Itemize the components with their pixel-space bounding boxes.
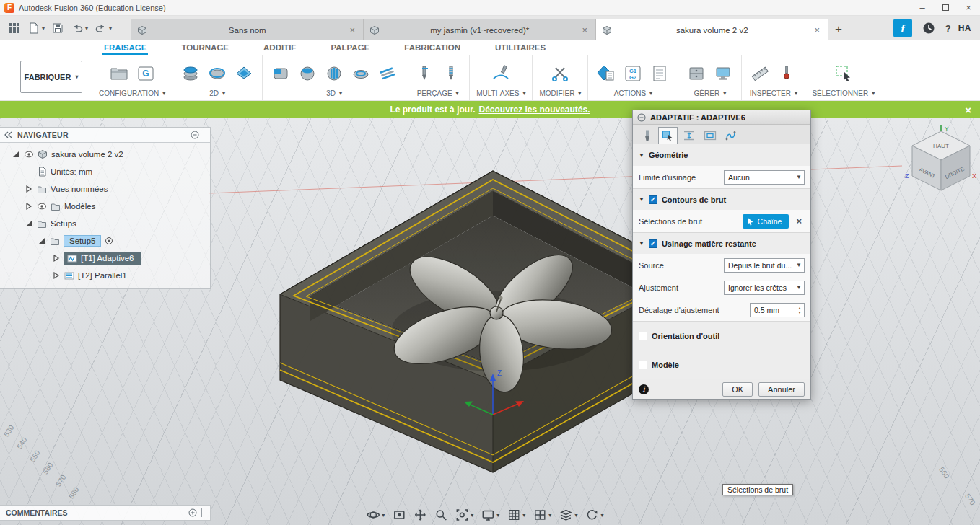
tree-item-adaptive6[interactable]: [T1] Adaptive6 bbox=[0, 250, 210, 267]
expand-collapse-icon[interactable] bbox=[25, 185, 33, 193]
undo-button[interactable]: ▾ bbox=[69, 20, 90, 36]
banner-close-icon[interactable]: × bbox=[965, 104, 971, 116]
job-status-button[interactable] bbox=[919, 19, 938, 37]
tool-orientation-checkbox[interactable] bbox=[639, 332, 647, 340]
active-setup-scope-icon[interactable] bbox=[105, 237, 113, 245]
ribbon-tab-tournage[interactable]: TOURNAGE bbox=[180, 43, 230, 55]
redo-button[interactable]: ▾ bbox=[92, 20, 114, 36]
adjustment-select[interactable]: Ignorer les crêtes ▼ bbox=[724, 281, 805, 295]
panel-grip-handle[interactable] bbox=[204, 131, 206, 139]
file-menu-button[interactable]: ▾ bbox=[25, 20, 47, 36]
minimize-button[interactable]: – bbox=[911, 0, 934, 15]
stepper-arrows[interactable]: ▴▾ bbox=[795, 304, 804, 317]
new-tab-button[interactable]: + bbox=[828, 19, 849, 40]
pocket-3d-button[interactable] bbox=[296, 61, 319, 86]
measure-button[interactable] bbox=[748, 61, 771, 86]
group-label-3d[interactable]: 3D▾ bbox=[326, 89, 342, 99]
ribbon-tab-additif[interactable]: ADDITIF bbox=[262, 43, 297, 55]
save-button[interactable] bbox=[49, 20, 66, 36]
cancel-button[interactable]: Annuler bbox=[758, 382, 805, 397]
tree-item-named-views[interactable]: Vues nommées bbox=[0, 180, 210, 198]
tool-library-button[interactable] bbox=[685, 61, 708, 86]
ribbon-tab-palpage[interactable]: PALPAGE bbox=[329, 43, 371, 55]
ribbon-tab-utilitaires[interactable]: UTILITAIRES bbox=[494, 43, 547, 55]
viewport-area[interactable]: Z 530 540 550 560 570 580 560 570 Y HAUT… bbox=[0, 118, 980, 525]
stock-contours-checkbox[interactable]: ✓ bbox=[649, 195, 657, 204]
doc-tab-my-jasmin[interactable]: my jasmin (v1~recovered)* × bbox=[364, 19, 596, 40]
look-at-button[interactable] bbox=[391, 507, 407, 523]
panel-grip-handle[interactable] bbox=[201, 508, 204, 517]
eye-visibility-icon[interactable] bbox=[37, 203, 47, 210]
expand-collapse-icon[interactable] bbox=[52, 254, 61, 262]
group-label-inspecter[interactable]: INSPECTER▾ bbox=[750, 89, 797, 99]
app-grid-button[interactable] bbox=[6, 20, 23, 36]
add-comment-icon[interactable] bbox=[188, 508, 197, 517]
face-2d-button[interactable] bbox=[179, 61, 202, 86]
banner-whats-new-link[interactable]: Découvrez les nouveautés. bbox=[478, 105, 590, 115]
clear-selection-icon[interactable]: × bbox=[793, 216, 805, 226]
close-button[interactable]: × bbox=[957, 0, 980, 15]
adjustment-offset-stepper[interactable]: 0.5 mm ▴▾ bbox=[750, 303, 805, 317]
section-contours-de-brut[interactable]: ▼ ✓ Contours de brut bbox=[633, 188, 810, 210]
simulate-g1g2-button[interactable]: G1G2 bbox=[621, 61, 644, 86]
section-expand-icon[interactable]: ▼ bbox=[639, 240, 644, 247]
swarf-button[interactable] bbox=[489, 61, 512, 86]
adaptive-3d-button[interactable] bbox=[269, 61, 292, 86]
ribbon-tab-fabrication[interactable]: FABRICATION bbox=[403, 43, 462, 55]
post-process-button[interactable] bbox=[595, 61, 618, 86]
comments-panel[interactable]: COMMENTAIRES bbox=[0, 505, 211, 521]
tree-item-root-component[interactable]: sakura volume 2 v2 bbox=[0, 146, 210, 163]
ribbon-tab-fraisage[interactable]: FRAISAGE bbox=[102, 43, 148, 55]
new-setup-button[interactable] bbox=[108, 61, 131, 86]
window-select-button[interactable] bbox=[832, 61, 855, 86]
group-label-configuration[interactable]: CONFIGURATION▾ bbox=[99, 89, 165, 99]
expand-collapse-icon[interactable] bbox=[38, 237, 46, 245]
viewports-button[interactable]: ▾ bbox=[532, 507, 553, 523]
tree-item-setups[interactable]: Setups bbox=[0, 215, 210, 232]
group-label-gerer[interactable]: GÉRER▾ bbox=[694, 89, 727, 99]
expand-collapse-icon[interactable] bbox=[25, 202, 33, 211]
drill-button[interactable] bbox=[413, 61, 436, 86]
machine-library-button[interactable] bbox=[712, 61, 735, 86]
group-label-actions[interactable]: ACTIONS▾ bbox=[614, 89, 652, 99]
info-icon[interactable]: i bbox=[639, 384, 649, 394]
source-select[interactable]: Depuis le brut du... ▼ bbox=[724, 258, 805, 273]
horizontal-3d-button[interactable] bbox=[349, 61, 372, 86]
machining-boundary-select[interactable]: Aucun ▼ bbox=[724, 170, 805, 185]
tree-item-parallel1[interactable]: [T2] Parallel1 bbox=[0, 267, 210, 284]
section-geometrie[interactable]: ▼ Géométrie bbox=[633, 144, 810, 166]
fusion-apps-tile-icon[interactable]: f bbox=[893, 19, 912, 38]
doc-tab-sakura-active[interactable]: sakura volume 2 v2 × bbox=[596, 19, 828, 40]
dialog-tab-geometry[interactable] bbox=[658, 127, 678, 144]
contour-2d-button[interactable] bbox=[232, 61, 255, 86]
orbit-button[interactable]: ▾ bbox=[365, 507, 386, 523]
group-label-multi-axes[interactable]: MULTI-AXES▾ bbox=[476, 89, 525, 99]
help-button[interactable]: ? bbox=[945, 23, 951, 34]
trim-toolpath-button[interactable] bbox=[548, 61, 572, 86]
dialog-collapse-icon[interactable] bbox=[637, 113, 646, 122]
grid-snaps-button[interactable]: ▾ bbox=[506, 507, 527, 523]
collapse-panel-icon[interactable] bbox=[4, 131, 13, 139]
tap-button[interactable] bbox=[439, 61, 463, 86]
pocket-2d-button[interactable] bbox=[206, 61, 229, 86]
fit-button[interactable]: ▾ bbox=[454, 507, 475, 523]
expand-collapse-icon[interactable] bbox=[12, 150, 20, 159]
close-tab-icon[interactable]: × bbox=[812, 25, 822, 35]
rest-machining-checkbox[interactable]: ✓ bbox=[649, 239, 657, 248]
section-expand-icon[interactable]: ▼ bbox=[639, 196, 644, 203]
section-modele[interactable]: Modèle bbox=[633, 350, 810, 379]
probe-button[interactable] bbox=[775, 61, 798, 86]
tree-item-units[interactable]: Unités: mm bbox=[0, 163, 210, 180]
maximize-button[interactable] bbox=[934, 0, 957, 15]
display-settings-button[interactable]: ▾ bbox=[480, 507, 501, 523]
ok-button[interactable]: OK bbox=[722, 382, 753, 397]
group-label-modifier[interactable]: MODIFIER▾ bbox=[539, 89, 581, 99]
group-label-percage[interactable]: PERÇAGE▾ bbox=[417, 89, 459, 99]
layers-button[interactable]: ▾ bbox=[558, 507, 579, 523]
tree-item-models[interactable]: Modèles bbox=[0, 198, 210, 215]
fabriquer-dropdown[interactable]: FABRIQUER▾ bbox=[20, 61, 82, 93]
expand-collapse-icon[interactable] bbox=[25, 219, 33, 228]
tree-item-setup5[interactable]: Setup5 bbox=[0, 232, 210, 250]
eye-visibility-icon[interactable] bbox=[24, 151, 34, 158]
section-usinage-matiere-restante[interactable]: ▼ ✓ Usinage matière restante bbox=[633, 232, 810, 254]
